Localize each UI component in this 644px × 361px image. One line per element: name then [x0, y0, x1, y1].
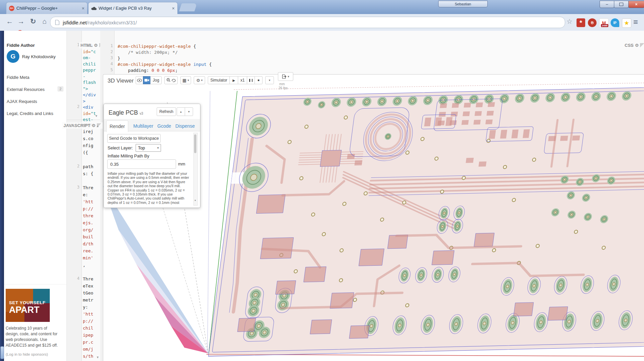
- tab-render[interactable]: Render: [106, 120, 128, 132]
- strip-scroll-thumb[interactable]: [0, 346, 4, 359]
- speed-button[interactable]: x1: [238, 76, 247, 84]
- avatar[interactable]: G: [7, 50, 19, 63]
- play-button[interactable]: ▶: [229, 76, 238, 84]
- url-domain: jsfiddle.net: [63, 20, 87, 25]
- refresh-icon[interactable]: ↻: [28, 17, 38, 25]
- css-settings-gear-icon[interactable]: ⚙: [635, 43, 639, 48]
- js-scroll-up-icon[interactable]: ▲: [96, 124, 99, 128]
- view-visibility-button[interactable]: [136, 76, 143, 84]
- html-scroll-down-icon[interactable]: ▼: [95, 114, 98, 118]
- ad-text: Celebrating 10 years of design, code, an…: [6, 326, 59, 348]
- grid-options-button[interactable]: ▦▾: [180, 76, 191, 84]
- html-settings-gear-icon[interactable]: ⚙: [94, 43, 98, 48]
- maximize-icon: [619, 3, 623, 6]
- widget-title-text: Eagle PCB: [109, 109, 138, 116]
- home-icon[interactable]: ⌂: [39, 17, 49, 25]
- export-units-button[interactable]: ▾: [278, 72, 293, 81]
- minimize-button[interactable]: –: [600, 1, 614, 8]
- eye-icon: [137, 79, 142, 82]
- inflate-label: Inflate Milling Path By: [108, 153, 149, 158]
- profile-name: Sebastian: [455, 2, 471, 6]
- camera-view-button[interactable]: [143, 76, 151, 84]
- new-tab-button[interactable]: [179, 3, 197, 11]
- chevron-down-icon: ▾: [201, 79, 203, 82]
- browser-tab-googleplus[interactable]: G+ ChiliPeppr – Google+ ×: [6, 2, 88, 14]
- forward-icon[interactable]: →: [16, 17, 26, 25]
- panel-fold-corner: [640, 43, 644, 47]
- zoom-rotate-button[interactable]: [164, 76, 178, 84]
- tab-gcode[interactable]: Gcode: [157, 123, 171, 129]
- bookmark-star-icon[interactable]: ☆: [567, 17, 573, 25]
- tab-gcode-label: Gcode: [157, 123, 171, 129]
- grid-icon: ▦: [182, 78, 186, 83]
- js-settings-gear-icon[interactable]: ⚙: [92, 123, 96, 128]
- ad-hide-sponsors-link[interactable]: (Log in to hide sponsors): [6, 352, 48, 356]
- tab-close-icon[interactable]: ×: [82, 6, 85, 11]
- widget-title: Eagle PCB v3: [109, 109, 143, 116]
- avatar-letter: G: [11, 53, 16, 60]
- widget-version: v3: [140, 112, 143, 115]
- scrollbar-down-icon[interactable]: ▼: [194, 199, 196, 202]
- layer-select-value: Top: [138, 145, 145, 150]
- sidebar-item-fiddle-meta[interactable]: Fiddle Meta: [7, 75, 29, 80]
- back-icon[interactable]: ←: [5, 17, 15, 25]
- sponsor-ad-image[interactable]: SET YOURSELF APART: [6, 289, 50, 322]
- gmail-extension-icon[interactable]: M 2499: [599, 18, 609, 28]
- scrollbar-thumb[interactable]: [194, 134, 196, 153]
- widget-scrollbar[interactable]: ▼: [193, 133, 198, 206]
- googleplus-icon: G+: [9, 6, 14, 11]
- tab-close-icon[interactable]: ×: [172, 6, 175, 11]
- tab-title: Widget / Eagle PCB v3 Ray: [99, 6, 170, 11]
- close-button[interactable]: ×: [628, 1, 644, 8]
- fiddle-author-heading: Fiddle Author: [7, 43, 35, 48]
- tab-dispense[interactable]: Dispense: [175, 123, 195, 129]
- profile-button[interactable]: Sebastian: [438, 1, 488, 7]
- layer-select[interactable]: Top ▾: [136, 144, 161, 152]
- chevron-down-icon: ▾: [187, 79, 189, 82]
- refresh-button[interactable]: Refresh: [157, 107, 176, 116]
- pause-button[interactable]: [247, 76, 255, 84]
- sidebar-item-external-resources[interactable]: External Resources: [7, 87, 44, 92]
- lastpass-extension-icon[interactable]: *: [577, 18, 585, 27]
- star-icon: ★: [624, 20, 629, 26]
- simulator-button[interactable]: Simulator: [208, 76, 230, 84]
- css-label: CSS: [625, 43, 634, 48]
- magnifier-rotate-icon: [166, 78, 176, 83]
- tab-render-label: Render: [110, 124, 125, 129]
- author-name[interactable]: Ray Kholodovsky: [22, 54, 55, 59]
- viewer-settings-button[interactable]: ⚙▾: [194, 76, 205, 84]
- collapse-up-button[interactable]: ▴: [177, 107, 185, 116]
- refresh-label: Refresh: [159, 109, 173, 114]
- inflate-input[interactable]: [107, 159, 176, 169]
- play-icon: ▶: [232, 79, 235, 82]
- html-editor[interactable]: 12 <divid="com-chilipeppr-flash"></div><…: [67, 42, 100, 119]
- eagle-pcb-widget: Eagle PCB v3 Refresh ▴ ▾ Render Multilay…: [104, 104, 200, 208]
- sidebar: Fiddle Author G Ray Kholodovsky Fiddle M…: [4, 31, 67, 361]
- address-bar[interactable]: jsfiddle.net/raykholo/oxkcvrn3/31/: [50, 17, 565, 28]
- fps-label: 26 fps: [279, 86, 288, 90]
- browser-tab-jsfiddle[interactable]: Widget / Eagle PCB v3 Ray ×: [88, 2, 178, 14]
- ip-label: IP: [613, 21, 616, 25]
- sidebar-item-legal[interactable]: Legal, Credits and Links: [7, 111, 53, 116]
- js-scroll-down-icon[interactable]: ▼: [96, 356, 99, 359]
- page-star-extension-icon[interactable]: ★: [622, 18, 631, 28]
- gmail-badge: 2499: [601, 24, 608, 27]
- chevron-up-icon: ▴: [180, 110, 182, 113]
- hand-icon: [590, 20, 595, 25]
- gear-icon: ⚙: [196, 78, 200, 83]
- sidebar-item-ajax-requests[interactable]: AJAX Requests: [7, 99, 37, 104]
- tab-multilayer-label: Multilayer: [133, 123, 153, 129]
- stop-button[interactable]: ■: [255, 76, 263, 84]
- adblock-hand-extension-icon[interactable]: [588, 18, 597, 27]
- ip-messenger-extension-icon[interactable]: IP: [611, 18, 619, 27]
- send-gcode-button[interactable]: Send Gcode to Workspace: [107, 134, 161, 143]
- pause-icon-bar: [252, 79, 253, 82]
- jog-button[interactable]: Jog: [150, 76, 162, 84]
- browser-menu-icon[interactable]: ≡: [633, 17, 638, 27]
- viewer-more-button[interactable]: ▾: [265, 76, 274, 84]
- stop-icon: ■: [258, 79, 259, 82]
- tab-multilayer[interactable]: Multilayer: [133, 123, 153, 129]
- maximize-button[interactable]: [614, 1, 629, 8]
- js-editor[interactable]: 1234 requirejs.config({paths: {Three:'ht…: [67, 122, 100, 361]
- collapse-down-button[interactable]: ▾: [185, 107, 193, 116]
